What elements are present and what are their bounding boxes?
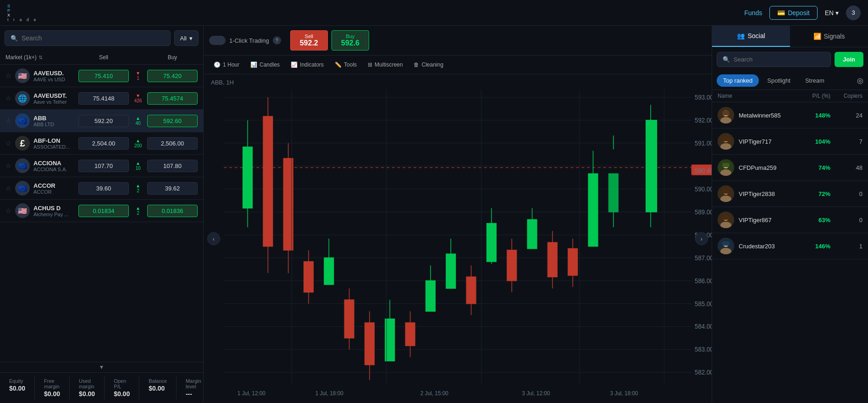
- trader-row[interactable]: VIPTiger717 104% 7: [712, 129, 868, 155]
- instrument-row[interactable]: ☆ 🇺🇸 ACHUS D Alchemy Pay ... 0.01834 ▲ 2…: [0, 200, 203, 222]
- instrument-logo: 🇪🇺: [15, 181, 30, 196]
- svg-rect-29: [243, 147, 253, 208]
- cleaning-icon: 🗑: [414, 62, 419, 68]
- candles-icon: 📊: [250, 62, 257, 68]
- instrument-name: ABF-LON: [33, 137, 78, 144]
- trader-row[interactable]: VIPTiger2838 72% 0: [712, 181, 868, 207]
- star-icon[interactable]: ☆: [6, 140, 11, 147]
- instrument-full: ACCOR: [33, 189, 78, 195]
- bottom-bar: Equity $0.00 Free margin $0.00 Used marg…: [0, 372, 203, 403]
- buy-price-box[interactable]: 0.01836: [147, 205, 198, 217]
- social-search-box[interactable]: 🔍: [717, 52, 831, 67]
- sell-price-box[interactable]: 107.70: [78, 160, 129, 172]
- change-badge: ▲ 10: [129, 161, 147, 171]
- star-icon[interactable]: ☆: [6, 185, 11, 192]
- search-input[interactable]: [22, 34, 165, 42]
- used-margin-stat: Used margin $0.00: [70, 376, 105, 399]
- star-icon[interactable]: ☆: [6, 207, 11, 214]
- sub-tabs: Top ranked Spotlight Stream ◎: [712, 72, 868, 90]
- filter-dropdown[interactable]: All ▾: [174, 30, 199, 46]
- sell-price-box[interactable]: 0.01834: [78, 205, 129, 217]
- instrument-row[interactable]: ☆ 🇪🇺 ABB ABB LTD 592.20 ▲ 40 592.60: [0, 110, 203, 132]
- top-ranked-tab[interactable]: Top ranked: [717, 74, 759, 87]
- svg-rect-53: [405, 323, 415, 346]
- sell-price-box[interactable]: 39.60: [78, 182, 129, 195]
- instrument-row[interactable]: ☆ 🌐 AAVEUSDT. Aave vs Tether 75.4148 ▼ 4…: [0, 87, 203, 110]
- svg-rect-77: [568, 249, 578, 275]
- star-icon[interactable]: ☆: [6, 72, 11, 79]
- social-search-input[interactable]: [734, 56, 825, 63]
- instrument-row[interactable]: ☆ 🇺🇸 AAVEUSD. AAVE vs USD 75.410 ▼ 1 75.…: [0, 65, 203, 87]
- trader-row[interactable]: VIPTiger867 63% 0: [712, 207, 868, 233]
- used-margin-value: $0.00: [79, 390, 95, 397]
- instrument-row[interactable]: ☆ 🇪🇺 ACCOR ACCOR 39.60 ▲ 2 39.62: [0, 177, 203, 200]
- instrument-logo: £: [15, 136, 30, 151]
- multiscreen-button[interactable]: ⊞ Multiscreen: [363, 59, 407, 70]
- sell-price-box[interactable]: 75.410: [78, 70, 129, 82]
- star-icon[interactable]: ☆: [6, 117, 11, 124]
- buy-price-box[interactable]: 2,506.00: [147, 137, 198, 150]
- next-button[interactable]: ›: [695, 232, 708, 245]
- buy-price: 75.420: [147, 70, 198, 82]
- signals-tab[interactable]: 📶 Signals: [790, 26, 868, 47]
- svg-rect-41: [324, 258, 334, 285]
- avatar[interactable]: 3: [846, 6, 861, 20]
- tools-button[interactable]: ✏️ Tools: [330, 59, 361, 70]
- trader-pl: 72%: [798, 190, 830, 197]
- buy-price-box[interactable]: 592.60: [147, 115, 198, 127]
- star-icon[interactable]: ☆: [6, 95, 11, 102]
- used-margin-label: Used margin: [79, 378, 95, 389]
- sell-price-box[interactable]: 592.20: [78, 115, 129, 127]
- prev-button[interactable]: ‹: [207, 232, 220, 245]
- hour-button[interactable]: 🕐 1 Hour: [209, 59, 244, 70]
- search-box[interactable]: 🔍: [5, 30, 171, 46]
- star-icon[interactable]: ☆: [6, 162, 11, 169]
- sell-price-box[interactable]: 75.4148: [78, 92, 129, 105]
- free-margin-value: $0.00: [44, 390, 60, 397]
- svg-text:3 Jul, 18:00: 3 Jul, 18:00: [610, 390, 638, 397]
- sell-price: 107.70: [78, 160, 129, 172]
- trader-row[interactable]: Metalwinner585 148% 24: [712, 102, 868, 129]
- instrument-name: ABB: [33, 115, 78, 122]
- signals-icon: 📶: [813, 33, 821, 40]
- open-pl-label: Open P/L: [114, 378, 130, 389]
- sidebar: 🔍 All ▾ Market (1k+) ⇅ Sell Buy ☆ 🇺🇸: [0, 26, 204, 403]
- buy-price-box[interactable]: 39.62: [147, 182, 198, 195]
- sell-price-display: 592.2: [300, 39, 318, 47]
- compass-icon[interactable]: ◎: [857, 76, 863, 85]
- chart-container[interactable]: ABB, 1H ‹ › .grid-line { stroke: #1e2530…: [204, 74, 712, 403]
- deposit-button[interactable]: 💳 Deposit: [769, 6, 817, 20]
- margin-level-label: Margin level: [186, 378, 201, 389]
- sell-button[interactable]: Sell 592.2: [290, 30, 328, 50]
- pl-col-header: P/L (%): [798, 93, 830, 99]
- indicators-button[interactable]: 📈 Indicators: [286, 59, 328, 70]
- help-icon[interactable]: ?: [273, 36, 281, 45]
- instrument-logo: 🌐: [15, 91, 30, 106]
- traders-list: Metalwinner585 148% 24 VIPTiger717 104% …: [712, 102, 868, 259]
- instrument-row[interactable]: ☆ 🇪🇺 ACCIONA ACCIONA S.A. 107.70 ▲ 10 10…: [0, 155, 203, 177]
- buy-price-box[interactable]: 75.4574: [147, 92, 198, 105]
- sort-icon[interactable]: ⇅: [39, 55, 43, 61]
- trader-row[interactable]: CFDPuma259 74% 48: [712, 155, 868, 181]
- svg-text:590.400: 590.400: [695, 167, 712, 174]
- svg-text:1 Jul, 12:00: 1 Jul, 12:00: [238, 390, 265, 397]
- cleaning-button[interactable]: 🗑 Cleaning: [409, 59, 448, 70]
- buy-price-box[interactable]: 75.420: [147, 70, 198, 82]
- instrument-row[interactable]: ☆ £ ABF-LON ASSOCIATED... 2,504.00 ▲ 200…: [0, 132, 203, 155]
- trader-row[interactable]: Crudestar203 146% 1: [712, 233, 868, 259]
- buy-button[interactable]: Buy 592.6: [332, 30, 369, 50]
- toggle-switch[interactable]: [209, 36, 226, 45]
- stream-tab[interactable]: Stream: [799, 74, 831, 87]
- scroll-down-icon[interactable]: ▼: [99, 364, 105, 370]
- language-button[interactable]: EN ▾: [825, 9, 839, 17]
- balance-stat: Balance $0.00: [139, 376, 177, 399]
- change-arrow: ▼: [136, 93, 140, 98]
- sell-price-box[interactable]: 2,504.00: [78, 137, 129, 150]
- traders-header: Name P/L (%) Copiers: [712, 90, 868, 102]
- candles-button[interactable]: 📊 Candles: [246, 59, 284, 70]
- funds-button[interactable]: Funds: [744, 9, 762, 17]
- social-tab[interactable]: 👥 Social: [712, 26, 790, 47]
- spotlight-tab[interactable]: Spotlight: [761, 74, 797, 87]
- join-button[interactable]: Join: [835, 52, 863, 67]
- buy-price-box[interactable]: 107.80: [147, 160, 198, 172]
